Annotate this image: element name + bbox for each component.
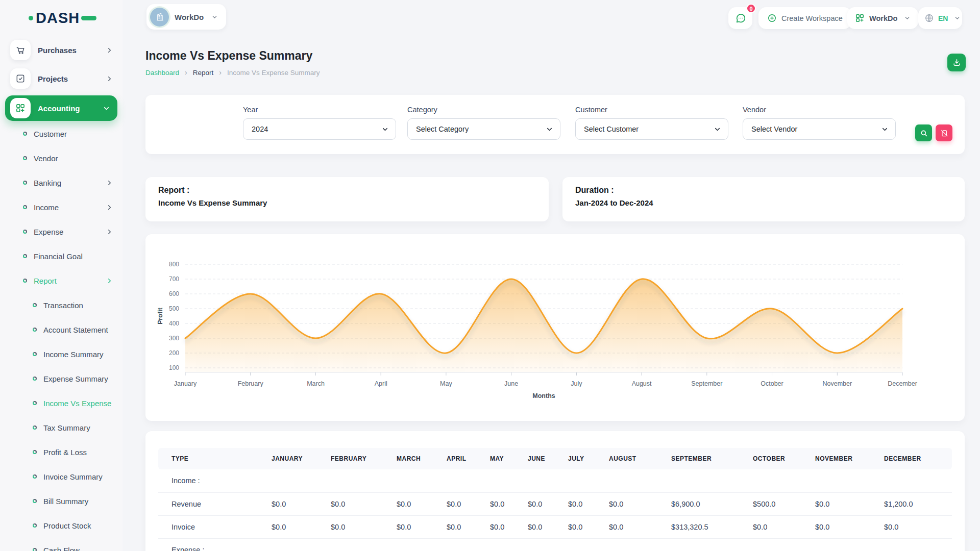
row-label: Revenue bbox=[158, 492, 258, 515]
column-header-july: JULY bbox=[555, 448, 596, 469]
logo-dash-icon bbox=[81, 16, 96, 20]
sidebar-item-product-stock[interactable]: Product Stock bbox=[0, 513, 122, 538]
chat-icon bbox=[735, 13, 746, 24]
download-button[interactable] bbox=[947, 54, 966, 71]
cell-value: $0.0 bbox=[433, 515, 477, 538]
plus-circle-icon bbox=[767, 13, 777, 23]
report-summary-card: Report : Income Vs Expense Summary bbox=[145, 177, 549, 221]
bullet-icon bbox=[23, 279, 27, 283]
sidebar-item-purchases[interactable]: Purchases bbox=[0, 36, 122, 64]
category-select-value: Select Category bbox=[416, 125, 469, 133]
cell-value: $500.0 bbox=[740, 492, 802, 515]
sidebar-item-label: Report bbox=[34, 277, 57, 285]
chevron-down-icon bbox=[904, 15, 911, 21]
workspace-switcher[interactable]: WorkDo bbox=[146, 4, 226, 30]
sidebar-item-accounting[interactable]: Accounting bbox=[5, 95, 117, 121]
workspace-name: WorkDo bbox=[175, 13, 204, 21]
sidebar-item-invoice-summary[interactable]: Invoice Summary bbox=[0, 464, 122, 489]
column-header-march: MARCH bbox=[383, 448, 433, 469]
sidebar-item-vendor[interactable]: Vendor bbox=[0, 146, 122, 170]
cell-value: $0.0 bbox=[555, 515, 596, 538]
filter-field-year: Year 2024 bbox=[243, 106, 396, 140]
sidebar-item-income[interactable]: Income bbox=[0, 195, 122, 219]
cell-value: $0.0 bbox=[383, 515, 433, 538]
chevron-right-icon bbox=[106, 179, 113, 187]
table-section-row-expense: Expense : bbox=[158, 538, 952, 551]
reset-filter-button[interactable] bbox=[936, 124, 952, 141]
sidebar-item-report[interactable]: Report bbox=[0, 268, 122, 293]
svg-text:August: August bbox=[632, 380, 652, 387]
app: DASH PurchasesProjectsAccountingCustomer… bbox=[0, 0, 980, 551]
globe-icon bbox=[924, 13, 934, 23]
language-code: EN bbox=[938, 14, 948, 22]
language-selector[interactable]: EN bbox=[918, 7, 962, 29]
breadcrumb-dashboard[interactable]: Dashboard bbox=[145, 69, 179, 77]
sidebar-item-cash-flow[interactable]: Cash Flow bbox=[0, 538, 122, 551]
sidebar-item-label: Tax Summary bbox=[43, 423, 90, 432]
year-select[interactable]: 2024 bbox=[243, 118, 396, 140]
vendor-label: Vendor bbox=[743, 106, 896, 114]
sidebar-item-financial-goal[interactable]: Financial Goal bbox=[0, 244, 122, 268]
svg-text:Months: Months bbox=[532, 392, 555, 399]
profit-chart: 100200300400500600700800JanuaryFebruaryM… bbox=[145, 234, 965, 421]
messages-button[interactable]: 0 bbox=[728, 7, 752, 29]
search-button[interactable] bbox=[915, 124, 932, 141]
bullet-icon bbox=[33, 303, 37, 307]
sidebar-item-transaction[interactable]: Transaction bbox=[0, 293, 122, 317]
sidebar-item-profit-loss[interactable]: Profit & Loss bbox=[0, 440, 122, 464]
vendor-select[interactable]: Select Vendor bbox=[743, 118, 896, 140]
chevron-down-icon bbox=[714, 126, 721, 133]
filter-card: Year 2024 Category Select Category Custo… bbox=[145, 95, 965, 154]
sidebar-item-projects[interactable]: Projects bbox=[0, 64, 122, 93]
chevron-right-icon bbox=[106, 228, 113, 236]
chevron-down-icon bbox=[103, 105, 110, 112]
chevron-down-icon bbox=[881, 126, 889, 133]
sidebar-item-tax-summary[interactable]: Tax Summary bbox=[0, 415, 122, 440]
breadcrumb-current: Income Vs Expense Summary bbox=[227, 69, 320, 77]
sidebar-item-label: Account Statement bbox=[43, 325, 108, 334]
table-row-invoice: Invoice$0.0$0.0$0.0$0.0$0.0$0.0$0.0$0.0$… bbox=[158, 515, 952, 538]
category-select[interactable]: Select Category bbox=[407, 118, 560, 140]
sidebar-item-banking[interactable]: Banking bbox=[0, 170, 122, 195]
cell-value: $0.0 bbox=[477, 515, 514, 538]
report-card-title: Report : bbox=[158, 186, 536, 195]
chevron-right-icon bbox=[106, 46, 113, 54]
report-table: TYPEJANUARYFEBRUARYMARCHAPRILMAYJUNEJULY… bbox=[158, 448, 952, 551]
sidebar-item-expense[interactable]: Expense bbox=[0, 219, 122, 244]
workdo-menu-button[interactable]: WorkDo bbox=[847, 7, 918, 29]
sidebar-item-label: Banking bbox=[34, 179, 61, 187]
chevron-right-icon bbox=[106, 75, 113, 83]
sidebar-item-customer[interactable]: Customer bbox=[0, 121, 122, 146]
cell-value: $0.0 bbox=[258, 515, 317, 538]
svg-text:500: 500 bbox=[169, 305, 179, 312]
cell-value: $0.0 bbox=[317, 492, 383, 515]
sidebar-item-account-statement[interactable]: Account Statement bbox=[0, 317, 122, 342]
breadcrumb-separator bbox=[213, 68, 227, 77]
cell-value: $0.0 bbox=[258, 492, 317, 515]
customer-label: Customer bbox=[575, 106, 728, 114]
sidebar-item-label: Income Vs Expense bbox=[43, 399, 111, 408]
sidebar-item-income-vs-expense[interactable]: Income Vs Expense bbox=[0, 391, 122, 415]
create-workspace-button[interactable]: Create Workspace bbox=[758, 7, 851, 29]
svg-text:December: December bbox=[888, 380, 917, 387]
column-header-february: FEBRUARY bbox=[317, 448, 383, 469]
app-logo[interactable]: DASH bbox=[0, 0, 122, 36]
cell-value: $0.0 bbox=[555, 492, 596, 515]
sidebar-item-label: Purchases bbox=[38, 46, 77, 55]
cell-value: $313,320.5 bbox=[658, 515, 740, 538]
customer-select[interactable]: Select Customer bbox=[575, 118, 728, 140]
sidebar-item-bill-summary[interactable]: Bill Summary bbox=[0, 489, 122, 513]
table-row-revenue: Revenue$0.0$0.0$0.0$0.0$0.0$0.0$0.0$0.0$… bbox=[158, 492, 952, 515]
column-header-august: AUGUST bbox=[596, 448, 658, 469]
filter-field-category: Category Select Category bbox=[407, 106, 560, 140]
svg-text:May: May bbox=[440, 380, 452, 387]
sidebar-item-label: Projects bbox=[38, 74, 68, 83]
breadcrumb-report[interactable]: Report bbox=[193, 69, 214, 77]
bullet-icon bbox=[33, 523, 37, 528]
sidebar-item-label: Profit & Loss bbox=[43, 448, 87, 457]
sidebar-item-income-summary[interactable]: Income Summary bbox=[0, 342, 122, 366]
cell-value: $0.0 bbox=[740, 515, 802, 538]
svg-text:October: October bbox=[761, 380, 783, 387]
svg-text:700: 700 bbox=[169, 276, 179, 283]
sidebar-item-expense-summary[interactable]: Expense Summary bbox=[0, 366, 122, 391]
